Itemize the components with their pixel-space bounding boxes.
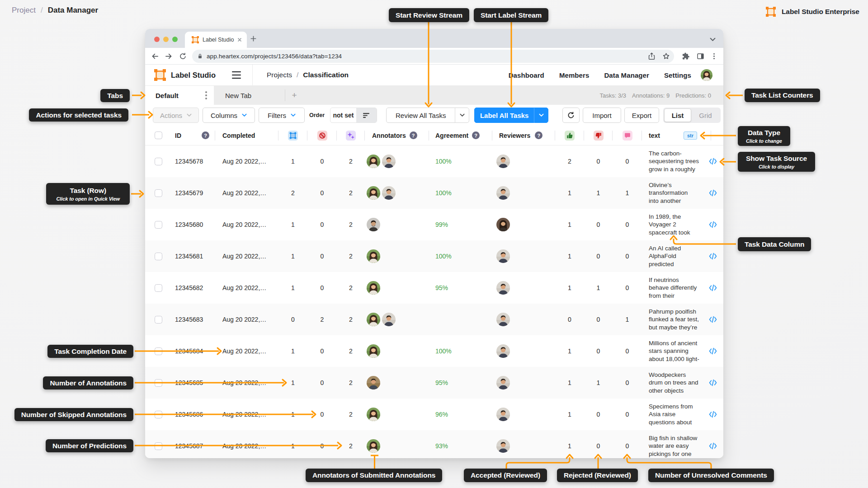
column-header-text[interactable]: text str (642, 126, 711, 145)
task-checkbox[interactable] (155, 221, 162, 229)
column-header-annotated[interactable] (278, 126, 307, 145)
annotators-cell (365, 367, 429, 399)
task-id: 12345683 (175, 316, 203, 323)
show-source-icon[interactable] (708, 411, 717, 418)
task-checkbox[interactable] (155, 411, 162, 418)
task-row[interactable]: 12345681Aug 20 2022,…102100%100An AI cal… (145, 240, 723, 272)
task-checkbox[interactable] (155, 284, 162, 292)
column-header-skipped[interactable] (307, 126, 337, 145)
task-checkbox[interactable] (155, 189, 162, 197)
task-row[interactable]: 12345686Aug 20 2022,…10296%100Specimens … (145, 399, 723, 430)
predictions-count-cell: 2 (337, 240, 365, 272)
task-row[interactable]: 12345685Aug 20 2022,…10295%110Woodpecker… (145, 367, 723, 399)
import-button[interactable]: Import (583, 108, 621, 123)
share-icon[interactable] (646, 51, 657, 62)
column-header-completed[interactable]: Completed (215, 126, 278, 145)
columns-button[interactable]: Columns (203, 108, 255, 123)
close-window-button[interactable] (154, 37, 160, 42)
show-source-icon[interactable] (708, 379, 717, 386)
dm-tab-kebab-icon[interactable] (203, 86, 209, 105)
show-source-icon[interactable] (708, 284, 717, 291)
task-row[interactable]: 12345687Aug 20 2022,…10293%100Big fish i… (145, 430, 723, 458)
task-row[interactable]: 12345679Aug 20 2022,…202100%111Olivine’s… (145, 177, 723, 209)
reviewer-avatar (496, 408, 510, 421)
annotator-avatar (367, 344, 380, 358)
review-dropdown-chevron-icon[interactable] (455, 113, 469, 117)
nav-dashboard[interactable]: Dashboard (509, 71, 544, 79)
tab-close-icon[interactable] (236, 36, 243, 43)
task-checkbox[interactable] (155, 253, 162, 260)
label-dropdown-chevron-icon[interactable] (534, 108, 548, 123)
tab-search-chevron-icon[interactable] (710, 35, 716, 43)
view-toggle-grid[interactable]: Grid (691, 112, 720, 119)
task-id-cell: 12345680 (145, 209, 215, 240)
zoom-window-button[interactable] (172, 37, 178, 42)
extensions-puzzle-icon[interactable] (680, 51, 691, 62)
column-header-agreement[interactable]: Agreement (429, 126, 492, 145)
forward-icon[interactable] (163, 51, 174, 62)
task-checkbox[interactable] (155, 379, 162, 387)
show-source-icon[interactable] (708, 221, 717, 228)
nav-members[interactable]: Members (559, 71, 590, 79)
task-row[interactable]: 12345678Aug 20 2022,…102100%200The carbo… (145, 145, 723, 177)
column-header-rejected[interactable] (584, 126, 613, 145)
task-checkbox[interactable] (155, 442, 162, 450)
browser-tab[interactable]: Label Studio (185, 32, 247, 48)
task-row[interactable]: 12345680Aug 20 2022,…10299%100In 1989, t… (145, 209, 723, 240)
show-source-icon[interactable] (708, 347, 717, 355)
hamburger-menu-icon[interactable] (232, 71, 241, 79)
nav-data-manager[interactable]: Data Manager (604, 71, 649, 79)
column-header-accepted[interactable] (555, 126, 584, 145)
task-source-cell (711, 304, 723, 335)
select-all-checkbox[interactable] (155, 131, 162, 139)
show-source-icon[interactable] (708, 253, 717, 260)
reviewers-help-icon[interactable] (535, 131, 542, 139)
review-all-tasks-button[interactable]: Review All Tasks (386, 108, 469, 123)
breadcrumb-parent[interactable]: Project (12, 6, 36, 15)
show-source-icon[interactable] (708, 189, 717, 197)
user-avatar[interactable] (701, 69, 712, 81)
task-checkbox[interactable] (155, 158, 162, 165)
app-logo-icon[interactable] (154, 69, 166, 81)
reload-icon[interactable] (177, 51, 188, 62)
refresh-button[interactable] (562, 108, 580, 123)
sidebar-icon[interactable] (695, 51, 706, 62)
dm-add-tab-icon[interactable]: + (289, 86, 300, 105)
export-button[interactable]: Export (624, 108, 659, 123)
column-header-annotators[interactable]: Annotators (365, 126, 429, 145)
annotators-help-icon[interactable] (410, 131, 417, 139)
order-control[interactable]: not set (330, 108, 377, 123)
show-source-icon[interactable] (708, 442, 717, 450)
actions-button[interactable]: Actions (153, 108, 199, 123)
address-bar[interactable]: app.heartex.com/projects/123456/data?tab… (192, 50, 674, 63)
view-toggle-list[interactable]: List (664, 108, 691, 122)
agreement-help-icon[interactable] (472, 131, 480, 139)
bookmark-star-icon[interactable] (660, 51, 671, 62)
sort-order-icon[interactable] (356, 108, 377, 123)
nav-settings[interactable]: Settings (664, 71, 691, 79)
task-row[interactable]: 12345683Aug 20 2022,…022001Pahrump poolf… (145, 304, 723, 335)
label-all-tasks-button[interactable]: Label All Tasks (474, 108, 548, 123)
column-header-comments[interactable] (613, 126, 642, 145)
task-row[interactable]: 12345682Aug 20 2022,…10295%110If neutrin… (145, 272, 723, 304)
filters-button[interactable]: Filters (259, 108, 305, 123)
task-checkbox[interactable] (155, 347, 162, 355)
annotations-count-cell: 1 (278, 335, 307, 367)
task-text-cell: Pahrump poolfish flunked a fear test, bu… (642, 304, 711, 335)
id-help-icon[interactable] (202, 131, 209, 139)
show-source-icon[interactable] (708, 316, 717, 323)
minimize-window-button[interactable] (163, 37, 169, 42)
column-header-id[interactable]: ID (145, 126, 215, 145)
task-row[interactable]: 12345684Aug 20 2022,…102100%100Millions … (145, 335, 723, 367)
accepted-count-cell: 1 (555, 430, 584, 458)
dm-tab-new-tab[interactable]: New Tab (214, 86, 285, 105)
new-tab-icon[interactable] (250, 35, 257, 44)
task-checkbox[interactable] (155, 316, 162, 324)
back-icon[interactable] (149, 51, 160, 62)
column-header-reviewers[interactable]: Reviewers (492, 126, 555, 145)
column-header-predictions[interactable] (337, 126, 365, 145)
data-type-badge[interactable]: str (684, 131, 697, 140)
browser-menu-kebab-icon[interactable] (708, 51, 719, 62)
app-breadcrumb-projects[interactable]: Projects (267, 71, 292, 79)
show-source-icon[interactable] (708, 158, 717, 165)
